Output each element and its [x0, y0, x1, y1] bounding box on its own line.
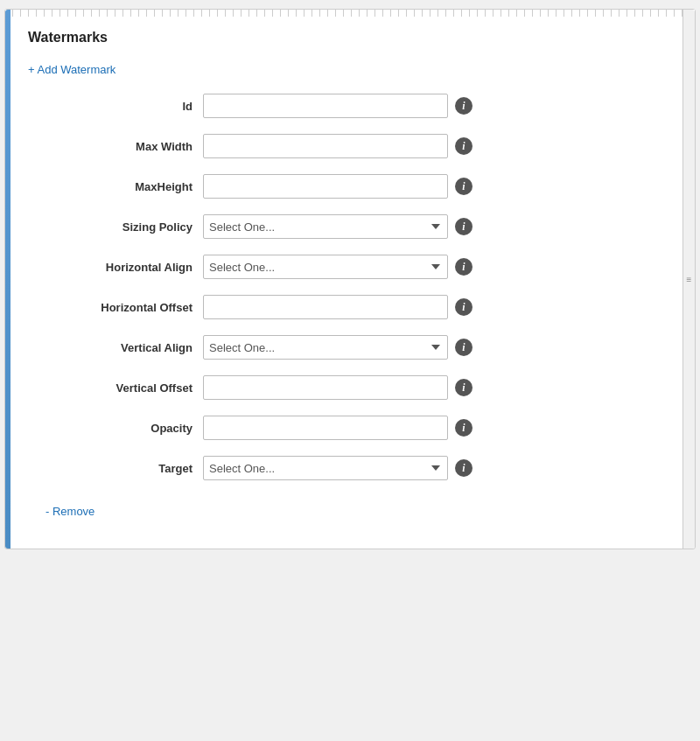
info-icon-horizontal-offset[interactable]: i	[455, 298, 472, 316]
form-row-opacity: Opacity i	[28, 416, 656, 440]
label-opacity: Opacity	[28, 422, 203, 435]
label-max-height: MaxHeight	[28, 180, 203, 193]
control-wrapper-max-width: i	[203, 134, 656, 158]
section-title: Watermarks	[28, 30, 656, 50]
control-wrapper-horizontal-align: Select One... i	[203, 255, 656, 279]
control-wrapper-vertical-offset: i	[203, 375, 656, 400]
label-vertical-align: Vertical Align	[28, 341, 203, 354]
info-icon-vertical-offset[interactable]: i	[455, 379, 472, 396]
input-max-height[interactable]	[203, 174, 448, 199]
select-horizontal-align[interactable]: Select One...	[203, 255, 448, 279]
control-wrapper-horizontal-offset: i	[203, 295, 656, 319]
info-icon-target[interactable]: i	[455, 459, 472, 477]
label-horizontal-offset: Horizontal Offset	[28, 301, 203, 314]
form-row-vertical-offset: Vertical Offset i	[28, 375, 656, 400]
input-max-width[interactable]	[203, 134, 448, 158]
info-icon-max-height[interactable]: i	[455, 178, 472, 195]
form-row-horizontal-align: Horizontal Align Select One... i	[28, 255, 656, 279]
label-sizing-policy: Sizing Policy	[28, 220, 203, 234]
left-border	[5, 10, 10, 549]
control-wrapper-target: Select One... i	[203, 456, 656, 480]
label-target: Target	[28, 462, 203, 475]
info-icon-id[interactable]: i	[455, 97, 472, 115]
info-icon-vertical-align[interactable]: i	[455, 339, 472, 356]
label-vertical-offset: Vertical Offset	[28, 381, 203, 395]
info-icon-max-width[interactable]: i	[455, 137, 472, 155]
form-row-id: Id i	[28, 94, 656, 118]
label-max-width: Max Width	[28, 140, 203, 153]
select-vertical-align[interactable]: Select One...	[203, 335, 448, 360]
input-vertical-offset[interactable]	[203, 375, 448, 400]
select-target[interactable]: Select One...	[203, 456, 448, 480]
control-wrapper-opacity: i	[203, 416, 656, 440]
form-row-horizontal-offset: Horizontal Offset i	[28, 295, 656, 319]
control-wrapper-id: i	[203, 94, 656, 118]
info-icon-horizontal-align[interactable]: i	[455, 258, 472, 276]
label-horizontal-align: Horizontal Align	[28, 261, 203, 274]
control-wrapper-sizing-policy: Select One... i	[203, 214, 656, 239]
label-id: Id	[28, 100, 203, 113]
form-row-sizing-policy: Sizing Policy Select One... i	[28, 214, 656, 239]
info-icon-sizing-policy[interactable]: i	[455, 218, 472, 235]
add-watermark-link[interactable]: + Add Watermark	[28, 63, 116, 76]
control-wrapper-max-height: i	[203, 174, 656, 199]
input-id[interactable]	[203, 94, 448, 118]
input-horizontal-offset[interactable]	[203, 295, 448, 319]
form-row-vertical-align: Vertical Align Select One... i	[28, 335, 656, 360]
input-opacity[interactable]	[203, 416, 448, 440]
form-row-max-height: MaxHeight i	[28, 174, 656, 199]
info-icon-opacity[interactable]: i	[455, 419, 472, 437]
select-sizing-policy[interactable]: Select One...	[203, 214, 448, 239]
form-row-target: Target Select One... i	[28, 456, 656, 480]
remove-watermark-link[interactable]: - Remove	[46, 505, 94, 518]
scrollbar[interactable]	[682, 10, 695, 549]
control-wrapper-vertical-align: Select One... i	[203, 335, 656, 360]
form-row-max-width: Max Width i	[28, 134, 656, 158]
